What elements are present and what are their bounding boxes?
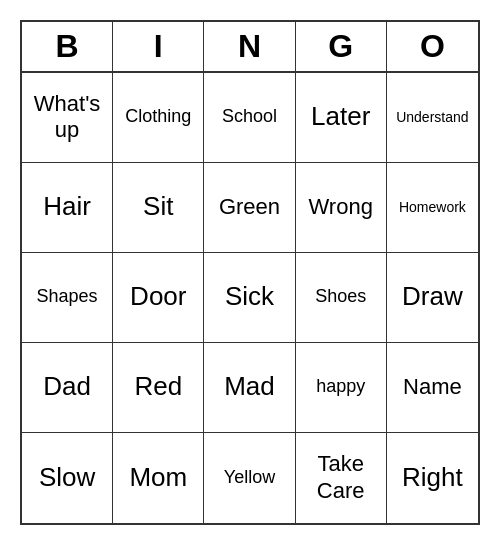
- bingo-cell-17: Mad: [204, 343, 295, 433]
- header-letter-o: O: [387, 22, 478, 71]
- cell-text-9: Homework: [399, 199, 466, 216]
- cell-text-15: Dad: [43, 371, 91, 402]
- header-letter-g: G: [296, 22, 387, 71]
- cell-text-3: Later: [311, 101, 370, 132]
- bingo-cell-0: What's up: [22, 73, 113, 163]
- header-letter-i: I: [113, 22, 204, 71]
- cell-text-7: Green: [219, 194, 280, 220]
- bingo-cell-12: Sick: [204, 253, 295, 343]
- cell-text-10: Shapes: [37, 286, 98, 308]
- cell-text-18: happy: [316, 376, 365, 398]
- bingo-cell-9: Homework: [387, 163, 478, 253]
- bingo-cell-23: Take Care: [296, 433, 387, 523]
- bingo-cell-15: Dad: [22, 343, 113, 433]
- bingo-cell-2: School: [204, 73, 295, 163]
- cell-text-17: Mad: [224, 371, 275, 402]
- bingo-grid: What's upClothingSchoolLaterUnderstandHa…: [22, 73, 478, 523]
- bingo-card: BINGO What's upClothingSchoolLaterUnders…: [20, 20, 480, 525]
- cell-text-24: Right: [402, 462, 463, 493]
- cell-text-14: Draw: [402, 281, 463, 312]
- bingo-cell-22: Yellow: [204, 433, 295, 523]
- bingo-cell-20: Slow: [22, 433, 113, 523]
- cell-text-2: School: [222, 106, 277, 128]
- bingo-cell-5: Hair: [22, 163, 113, 253]
- bingo-cell-10: Shapes: [22, 253, 113, 343]
- bingo-cell-7: Green: [204, 163, 295, 253]
- cell-text-4: Understand: [396, 109, 468, 126]
- bingo-cell-21: Mom: [113, 433, 204, 523]
- cell-text-20: Slow: [39, 462, 95, 493]
- bingo-cell-3: Later: [296, 73, 387, 163]
- cell-text-6: Sit: [143, 191, 173, 222]
- bingo-cell-14: Draw: [387, 253, 478, 343]
- cell-text-11: Door: [130, 281, 186, 312]
- bingo-cell-24: Right: [387, 433, 478, 523]
- cell-text-5: Hair: [43, 191, 91, 222]
- cell-text-1: Clothing: [125, 106, 191, 128]
- header-letter-b: B: [22, 22, 113, 71]
- cell-text-19: Name: [403, 374, 462, 400]
- cell-text-23: Take Care: [300, 451, 382, 504]
- cell-text-22: Yellow: [224, 467, 275, 489]
- cell-text-12: Sick: [225, 281, 274, 312]
- cell-text-13: Shoes: [315, 286, 366, 308]
- bingo-cell-6: Sit: [113, 163, 204, 253]
- bingo-cell-4: Understand: [387, 73, 478, 163]
- cell-text-0: What's up: [26, 91, 108, 144]
- bingo-header: BINGO: [22, 22, 478, 73]
- header-letter-n: N: [204, 22, 295, 71]
- cell-text-16: Red: [134, 371, 182, 402]
- bingo-cell-1: Clothing: [113, 73, 204, 163]
- bingo-cell-8: Wrong: [296, 163, 387, 253]
- cell-text-8: Wrong: [308, 194, 372, 220]
- bingo-cell-13: Shoes: [296, 253, 387, 343]
- bingo-cell-11: Door: [113, 253, 204, 343]
- bingo-cell-16: Red: [113, 343, 204, 433]
- bingo-cell-19: Name: [387, 343, 478, 433]
- cell-text-21: Mom: [129, 462, 187, 493]
- bingo-cell-18: happy: [296, 343, 387, 433]
